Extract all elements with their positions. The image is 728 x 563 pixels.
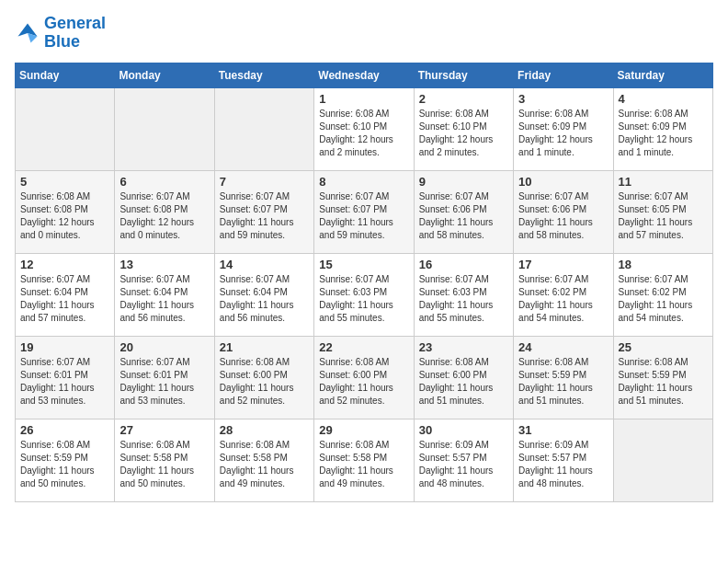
- day-number: 27: [119, 423, 209, 437]
- calendar-day-cell: [214, 87, 313, 170]
- weekday-header: Wednesday: [314, 63, 414, 87]
- logo-text: General Blue: [44, 15, 106, 52]
- calendar-day-cell: 5Sunrise: 6:08 AM Sunset: 6:08 PM Daylig…: [16, 170, 115, 253]
- weekday-header: Monday: [115, 63, 214, 87]
- day-number: 30: [419, 423, 508, 437]
- svg-marker-0: [18, 23, 38, 36]
- day-info: Sunrise: 6:08 AM Sunset: 6:09 PM Dayligh…: [619, 108, 708, 159]
- weekday-header: Tuesday: [214, 63, 313, 87]
- day-info: Sunrise: 6:08 AM Sunset: 6:00 PM Dayligh…: [220, 356, 309, 408]
- day-info: Sunrise: 6:08 AM Sunset: 6:10 PM Dayligh…: [419, 108, 508, 159]
- day-info: Sunrise: 6:08 AM Sunset: 5:58 PM Dayligh…: [220, 439, 309, 490]
- calendar-day-cell: 19Sunrise: 6:07 AM Sunset: 6:01 PM Dayli…: [16, 336, 115, 419]
- calendar-day-cell: 15Sunrise: 6:07 AM Sunset: 6:03 PM Dayli…: [314, 253, 414, 336]
- day-info: Sunrise: 6:07 AM Sunset: 6:04 PM Dayligh…: [20, 273, 109, 325]
- day-number: 7: [220, 175, 309, 189]
- day-info: Sunrise: 6:08 AM Sunset: 6:10 PM Dayligh…: [319, 108, 408, 159]
- day-number: 25: [619, 340, 708, 354]
- calendar-table: SundayMondayTuesdayWednesdayThursdayFrid…: [15, 63, 713, 502]
- calendar-day-cell: 23Sunrise: 6:08 AM Sunset: 6:00 PM Dayli…: [414, 336, 513, 419]
- day-info: Sunrise: 6:08 AM Sunset: 5:59 PM Dayligh…: [619, 356, 708, 408]
- day-info: Sunrise: 6:08 AM Sunset: 6:00 PM Dayligh…: [319, 356, 408, 408]
- day-number: 31: [518, 423, 608, 437]
- day-info: Sunrise: 6:08 AM Sunset: 6:08 PM Dayligh…: [20, 190, 109, 242]
- day-number: 13: [119, 258, 209, 271]
- calendar-day-cell: 9Sunrise: 6:07 AM Sunset: 6:06 PM Daylig…: [414, 170, 513, 253]
- day-info: Sunrise: 6:07 AM Sunset: 6:03 PM Dayligh…: [419, 273, 508, 325]
- calendar-day-cell: 3Sunrise: 6:08 AM Sunset: 6:09 PM Daylig…: [514, 87, 613, 170]
- day-number: 12: [20, 258, 109, 271]
- day-info: Sunrise: 6:07 AM Sunset: 6:03 PM Dayligh…: [319, 273, 408, 325]
- day-info: Sunrise: 6:07 AM Sunset: 6:04 PM Dayligh…: [220, 273, 309, 325]
- day-info: Sunrise: 6:07 AM Sunset: 6:07 PM Dayligh…: [220, 190, 309, 242]
- day-info: Sunrise: 6:07 AM Sunset: 6:08 PM Dayligh…: [119, 190, 209, 242]
- day-info: Sunrise: 6:09 AM Sunset: 5:57 PM Dayligh…: [419, 439, 508, 490]
- calendar-day-cell: 25Sunrise: 6:08 AM Sunset: 5:59 PM Dayli…: [613, 336, 712, 419]
- day-number: 4: [619, 92, 708, 106]
- calendar-day-cell: 24Sunrise: 6:08 AM Sunset: 5:59 PM Dayli…: [514, 336, 613, 419]
- calendar-week-row: 5Sunrise: 6:08 AM Sunset: 6:08 PM Daylig…: [16, 170, 713, 253]
- calendar-day-cell: 11Sunrise: 6:07 AM Sunset: 6:05 PM Dayli…: [613, 170, 712, 253]
- day-info: Sunrise: 6:08 AM Sunset: 5:58 PM Dayligh…: [119, 439, 209, 490]
- calendar-day-cell: 21Sunrise: 6:08 AM Sunset: 6:00 PM Dayli…: [214, 336, 313, 419]
- day-number: 8: [319, 175, 408, 189]
- day-number: 6: [119, 175, 209, 189]
- calendar-day-cell: 22Sunrise: 6:08 AM Sunset: 6:00 PM Dayli…: [314, 336, 414, 419]
- day-number: 3: [518, 92, 608, 106]
- calendar-day-cell: 17Sunrise: 6:07 AM Sunset: 6:02 PM Dayli…: [514, 253, 613, 336]
- header: General Blue: [15, 15, 713, 52]
- calendar-day-cell: 27Sunrise: 6:08 AM Sunset: 5:58 PM Dayli…: [115, 419, 214, 501]
- calendar-header-row: SundayMondayTuesdayWednesdayThursdayFrid…: [16, 63, 713, 87]
- calendar-day-cell: 8Sunrise: 6:07 AM Sunset: 6:07 PM Daylig…: [314, 170, 414, 253]
- day-number: 15: [319, 258, 408, 271]
- calendar-day-cell: 20Sunrise: 6:07 AM Sunset: 6:01 PM Dayli…: [115, 336, 214, 419]
- calendar-week-row: 26Sunrise: 6:08 AM Sunset: 5:59 PM Dayli…: [16, 419, 713, 501]
- day-number: 9: [419, 175, 508, 189]
- calendar-day-cell: 1Sunrise: 6:08 AM Sunset: 6:10 PM Daylig…: [314, 87, 414, 170]
- calendar-day-cell: 13Sunrise: 6:07 AM Sunset: 6:04 PM Dayli…: [115, 253, 214, 336]
- day-number: 17: [518, 258, 608, 271]
- calendar-week-row: 12Sunrise: 6:07 AM Sunset: 6:04 PM Dayli…: [16, 253, 713, 336]
- day-number: 2: [419, 92, 508, 106]
- weekday-header: Thursday: [414, 63, 513, 87]
- day-info: Sunrise: 6:08 AM Sunset: 5:59 PM Dayligh…: [20, 439, 109, 490]
- day-info: Sunrise: 6:08 AM Sunset: 5:58 PM Dayligh…: [319, 439, 408, 490]
- calendar-day-cell: 30Sunrise: 6:09 AM Sunset: 5:57 PM Dayli…: [414, 419, 513, 501]
- calendar-day-cell: 31Sunrise: 6:09 AM Sunset: 5:57 PM Dayli…: [514, 419, 613, 501]
- day-number: 10: [518, 175, 608, 189]
- day-number: 24: [518, 340, 608, 354]
- day-info: Sunrise: 6:08 AM Sunset: 6:09 PM Dayligh…: [518, 108, 608, 159]
- day-info: Sunrise: 6:07 AM Sunset: 6:01 PM Dayligh…: [20, 356, 109, 408]
- calendar-day-cell: 4Sunrise: 6:08 AM Sunset: 6:09 PM Daylig…: [613, 87, 712, 170]
- weekday-header: Saturday: [613, 63, 712, 87]
- day-number: 29: [319, 423, 408, 437]
- day-info: Sunrise: 6:07 AM Sunset: 6:06 PM Dayligh…: [518, 190, 608, 242]
- weekday-header: Friday: [514, 63, 613, 87]
- day-number: 22: [319, 340, 408, 354]
- calendar-day-cell: 26Sunrise: 6:08 AM Sunset: 5:59 PM Dayli…: [16, 419, 115, 501]
- calendar-day-cell: 18Sunrise: 6:07 AM Sunset: 6:02 PM Dayli…: [613, 253, 712, 336]
- day-info: Sunrise: 6:07 AM Sunset: 6:05 PM Dayligh…: [619, 190, 708, 242]
- day-number: 26: [20, 423, 109, 437]
- calendar-day-cell: 6Sunrise: 6:07 AM Sunset: 6:08 PM Daylig…: [115, 170, 214, 253]
- calendar-day-cell: 28Sunrise: 6:08 AM Sunset: 5:58 PM Dayli…: [214, 419, 313, 501]
- day-info: Sunrise: 6:07 AM Sunset: 6:07 PM Dayligh…: [319, 190, 408, 242]
- day-number: 18: [619, 258, 708, 271]
- calendar-day-cell: 7Sunrise: 6:07 AM Sunset: 6:07 PM Daylig…: [214, 170, 313, 253]
- day-number: 11: [619, 175, 708, 189]
- calendar-day-cell: 16Sunrise: 6:07 AM Sunset: 6:03 PM Dayli…: [414, 253, 513, 336]
- calendar-day-cell: 2Sunrise: 6:08 AM Sunset: 6:10 PM Daylig…: [414, 87, 513, 170]
- logo-blue: Blue: [44, 32, 80, 51]
- day-info: Sunrise: 6:08 AM Sunset: 6:00 PM Dayligh…: [419, 356, 508, 408]
- day-info: Sunrise: 6:08 AM Sunset: 5:59 PM Dayligh…: [518, 356, 608, 408]
- calendar-week-row: 19Sunrise: 6:07 AM Sunset: 6:01 PM Dayli…: [16, 336, 713, 419]
- day-info: Sunrise: 6:07 AM Sunset: 6:01 PM Dayligh…: [119, 356, 209, 408]
- calendar-day-cell: 29Sunrise: 6:08 AM Sunset: 5:58 PM Dayli…: [314, 419, 414, 501]
- day-number: 5: [20, 175, 109, 189]
- calendar-day-cell: 12Sunrise: 6:07 AM Sunset: 6:04 PM Dayli…: [16, 253, 115, 336]
- logo: General Blue: [15, 15, 106, 52]
- calendar-day-cell: 10Sunrise: 6:07 AM Sunset: 6:06 PM Dayli…: [514, 170, 613, 253]
- day-number: 1: [319, 92, 408, 106]
- calendar-day-cell: 14Sunrise: 6:07 AM Sunset: 6:04 PM Dayli…: [214, 253, 313, 336]
- weekday-header: Sunday: [16, 63, 115, 87]
